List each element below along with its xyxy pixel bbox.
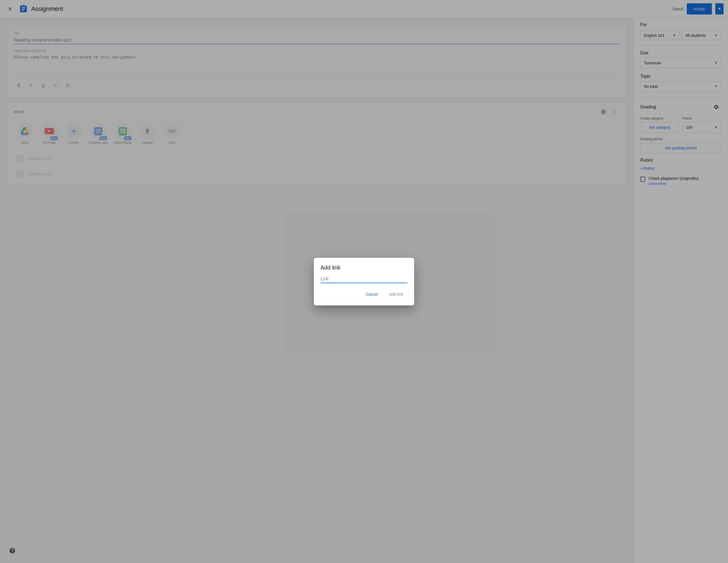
modal-overlay[interactable]: Add link Cancel Add link: [0, 0, 728, 563]
modal-title: Add link: [321, 264, 407, 271]
modal-add-link-button[interactable]: Add link: [385, 290, 407, 299]
modal-input-wrap: [321, 276, 407, 283]
modal-cancel-button[interactable]: Cancel: [361, 290, 383, 299]
add-link-modal: Add link Cancel Add link: [314, 258, 414, 306]
modal-actions: Cancel Add link: [321, 290, 407, 299]
link-input[interactable]: [321, 276, 407, 282]
